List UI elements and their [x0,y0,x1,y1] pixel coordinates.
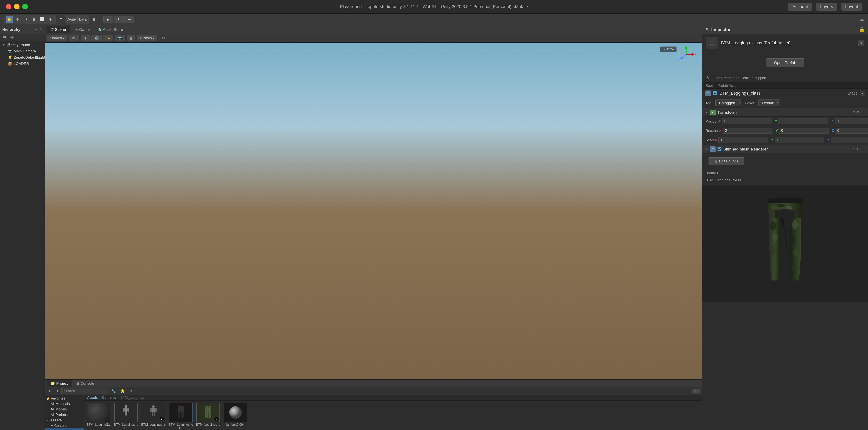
transform-expand-icon[interactable]: ▼ [706,111,708,114]
layout-button[interactable]: Layout [841,3,862,10]
asset-item-5[interactable]: lambert2.004 [223,403,248,430]
move-tool[interactable]: ✛ [14,16,21,23]
transform-menu-btn[interactable]: ⋮ [861,110,865,115]
rect-tool[interactable]: ⬜ [38,16,45,23]
prefab-corner-btn[interactable]: ≡ [858,40,864,46]
file-item-all-prefabs[interactable]: All Prefabs [45,412,84,418]
file-item-assets[interactable]: ▼ Assets [45,418,84,423]
position-x-input[interactable] [722,118,772,124]
filter-btn[interactable]: 🔧 [110,388,117,394]
static-dropdown-btn[interactable]: ▾ [860,91,865,96]
refresh-btn[interactable]: ↺ [54,388,60,394]
star-btn[interactable]: ⭐ [119,388,126,394]
hierarchy-item-light[interactable]: 💡 ZepetoDefaultLight [0,54,44,61]
open-prefab-button[interactable]: Open Prefab [766,58,804,67]
layer-select[interactable]: Default [758,99,780,106]
scene-view[interactable]: ⌂ Home Y [45,42,702,379]
scale-tool[interactable]: ⊞ [30,16,37,23]
rotation-y-input[interactable] [779,128,829,134]
position-y-input[interactable] [778,118,828,124]
inspector-lock-icon[interactable]: 🔒 [859,27,865,32]
tab-project[interactable]: 📁 Project [46,380,72,387]
rotation-z-input[interactable] [835,128,868,134]
hierarchy-add-btn[interactable]: + [35,28,37,32]
tab-asset-store[interactable]: 🏪 Asset Store [94,26,127,33]
asset-item-3[interactable]: BTM_Leggings_cl... [168,403,193,430]
minimize-button[interactable] [14,4,20,9]
close-button[interactable] [6,4,11,9]
hierarchy-item-main-camera[interactable]: 📷 Main Camera [0,48,44,54]
hierarchy-item-loader[interactable]: 📦 LOADER [0,61,44,67]
rotation-x-input[interactable] [723,128,772,134]
asset-item-2[interactable]: ▶ BTM_Leggings_cl... [141,403,166,430]
leggings-preview-area [702,185,868,302]
rz-label: Z [832,129,834,133]
inspector-header: 🔍 Inspector 🔒 [702,25,868,34]
skinned-mesh-enabled-checkbox[interactable] [717,147,721,151]
settings-btn[interactable]: ⚙ [128,388,134,394]
file-item-contents[interactable]: ▼ Contents [45,423,84,428]
gameobj-name[interactable]: BTM_Leggings_class [719,91,845,96]
edit-bounds-button[interactable]: ⊞ Edit Bounds [709,157,744,165]
scale-x-field: X [715,137,768,143]
file-item-all-materials[interactable]: All Materials [45,401,84,406]
play-button[interactable]: ▶ [103,16,113,23]
tag-select[interactable]: Untagged [715,99,741,106]
asset-search-input[interactable] [61,388,108,394]
transform-settings-btn[interactable]: ⚙ [857,110,860,115]
scene-options-icon[interactable]: ⋮ [696,27,700,32]
account-button[interactable]: Account [788,3,812,10]
shading-dropdown[interactable]: Shaded ▾ [47,35,67,41]
hierarchy-menu-btn[interactable]: ⋮ [39,28,42,32]
fx-btn[interactable]: ✨ [103,35,113,41]
file-item-label: All Models [51,407,67,411]
pause-button[interactable]: ⏸ [114,16,124,23]
svg-point-6 [680,57,683,59]
lighting-btn[interactable]: ☀ [81,35,90,41]
gameobj-enabled-checkbox[interactable] [713,91,717,95]
hierarchy-search-btn[interactable]: 🔍 [2,34,9,41]
star-icon: ⭐ [46,397,50,400]
transform-help-btn[interactable]: ? [853,110,855,115]
grid-btn[interactable]: ⊞ [127,35,135,41]
custom-tool-1[interactable]: ⚙ [57,16,64,23]
hand-tool[interactable]: ✋ [6,16,13,23]
gizmo-widget: Y X Z [678,47,694,62]
file-item-favorites[interactable]: ⭐ Favorites [45,396,84,401]
scale-z-input[interactable] [831,137,868,143]
scale-y-input[interactable] [775,137,824,143]
local-toggle[interactable]: Local [80,16,87,23]
step-button[interactable]: ⏭ [124,16,134,23]
maximize-button[interactable] [22,4,28,9]
gizmos-dropdown[interactable]: Gizmos ▾ [137,35,157,41]
center-toggle[interactable]: Center [68,16,75,23]
file-item-btm-legg[interactable]: 📁 BTM_Legg... [45,428,84,430]
asset-tab-icon: 🏪 [98,28,102,31]
tab-console[interactable]: 🖥 Console [72,380,98,387]
breadcrumb-contents[interactable]: Contents [102,396,116,400]
add-asset-btn[interactable]: + [47,388,52,394]
home-button[interactable]: ⌂ Home [660,47,677,52]
asset-item-1[interactable]: BTM_Leggings_cl... [113,403,139,430]
scale-x-input[interactable] [718,137,768,143]
position-z-input[interactable] [835,118,868,124]
scene-camera-btn[interactable]: 📷 [115,35,125,41]
audio-btn[interactable]: 🔊 [91,35,102,41]
asset-item-0[interactable]: BTM_LeggingS... [86,403,112,430]
rotate-tool[interactable]: ↺ [22,16,29,23]
bottom-panel-options[interactable]: ⋮ [696,381,700,386]
tab-game[interactable]: 🎮 Game [71,26,94,33]
layers-button[interactable]: Layers [816,3,837,10]
skinned-expand-icon[interactable]: ▼ [706,148,708,151]
breadcrumb-assets[interactable]: Assets [87,396,98,400]
skinned-settings-btn[interactable]: ⚙ [857,147,860,151]
grid-tool[interactable]: ⊞ [91,16,97,23]
asset-item-4[interactable]: ▶ BTM_Leggings_cl... [195,403,221,430]
combined-tool[interactable]: ⊕ [47,16,54,23]
hierarchy-item-playground[interactable]: ▼ 🎬 Playground ⋮ [0,42,44,48]
skinned-menu-btn[interactable]: ⋮ [861,147,865,151]
skinned-help-btn[interactable]: ? [853,147,855,151]
file-item-all-models[interactable]: All Models [45,406,84,412]
tab-scene[interactable]: 🎬 Scene [46,26,70,33]
2d-toggle[interactable]: 2D [69,35,79,41]
